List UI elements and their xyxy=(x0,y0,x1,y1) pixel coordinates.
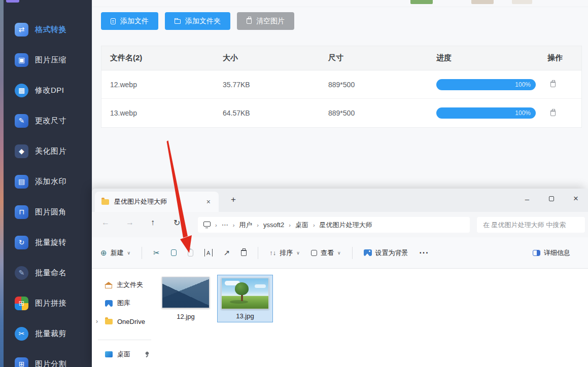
sidebar-item-image-compress[interactable]: ▣ 图片压缩 xyxy=(4,45,92,75)
new-button[interactable]: ⊕ 新建 ∨ xyxy=(100,248,130,258)
breadcrumb-separator: › xyxy=(257,222,259,228)
command-bar: ⊕ 新建 ∨ ✂ A ↗ ↑↓ 排序 ∨ 查看 ∨ xyxy=(92,237,588,269)
screen: ⇄ 格式转换 ▣ 图片压缩 ▩ 修改DPI ✎ 更改尺寸 ◆ 美化图片 ▤ 添加… xyxy=(0,0,588,367)
sort-button[interactable]: ↑↓ 排序 ∨ xyxy=(269,248,300,258)
close-button[interactable]: × xyxy=(564,189,588,209)
expand-chevron-icon[interactable]: › xyxy=(96,318,98,325)
sidebar-item-image-stitch[interactable]: ⊞ 图片拼接 xyxy=(4,288,92,318)
progress-bar: 100% xyxy=(436,79,536,90)
batch-rotate-icon: ↻ xyxy=(15,236,28,249)
nav-item-label: OneDrive xyxy=(117,318,145,325)
cut-icon[interactable]: ✂ xyxy=(153,249,160,256)
desktop-icon xyxy=(105,351,113,357)
delete-icon[interactable] xyxy=(241,250,247,256)
add-watermark-icon: ▤ xyxy=(15,175,28,189)
nav-item-label: 桌面 xyxy=(117,350,130,359)
breadcrumb-item-current[interactable]: 星优图片处理大师 xyxy=(320,221,372,230)
sidebar-item-image-split[interactable]: ⊞ 图片分割 xyxy=(4,349,92,367)
nav-item-gallery[interactable]: 图库 xyxy=(92,294,157,312)
delete-row-button[interactable] xyxy=(548,108,558,118)
up-button[interactable]: ↑ xyxy=(151,218,155,227)
explorer-tab[interactable]: 星优图片处理大师 × xyxy=(95,192,219,212)
breadcrumb-item-desktop[interactable]: 桌面 xyxy=(295,221,308,230)
details-button[interactable]: 详细信息 xyxy=(533,248,570,258)
add-file-button[interactable]: 添加文件 xyxy=(101,12,158,30)
sidebar-item-modify-dpi[interactable]: ▩ 修改DPI xyxy=(4,75,92,105)
add-folder-button[interactable]: 添加文件夹 xyxy=(165,12,230,30)
breadcrumb[interactable]: › ⋯ › 用户 › yssoft2 › 桌面 › 星优图片处理大师 xyxy=(198,217,470,233)
sidebar-item-beautify[interactable]: ◆ 美化图片 xyxy=(4,136,92,166)
address-bar-row: ← → ↑ ↻ › ⋯ › 用户 › yssoft2 › 桌面 › 星优图片处理… xyxy=(92,212,588,237)
batch-crop-icon: ✂ xyxy=(15,327,28,341)
copy-icon[interactable] xyxy=(171,249,177,256)
divider xyxy=(98,340,151,340)
thumbnail-tree xyxy=(221,278,269,309)
folder-icon xyxy=(175,19,181,24)
trash-icon xyxy=(550,111,556,116)
sidebar-item-label: 图片拼接 xyxy=(35,299,66,308)
rename-icon[interactable]: A xyxy=(204,249,213,256)
breadcrumb-separator: › xyxy=(215,222,217,228)
search-input[interactable]: 在 星优图片处理大师 中搜索 xyxy=(477,217,585,233)
set-background-button[interactable]: 设置为背景 xyxy=(364,248,408,258)
sort-label: 排序 xyxy=(280,248,293,258)
nav-item-onedrive[interactable]: › OneDrive xyxy=(92,312,157,331)
app-sidebar: ⇄ 格式转换 ▣ 图片压缩 ▩ 修改DPI ✎ 更改尺寸 ◆ 美化图片 ▤ 添加… xyxy=(4,0,92,367)
sidebar-item-rounded-corner[interactable]: ⊓ 图片圆角 xyxy=(4,197,92,227)
trash-icon xyxy=(550,82,556,87)
explorer-nav-pane: 主文件夹 图库 › OneDrive 桌面 xyxy=(92,269,157,367)
breadcrumb-collapsed[interactable]: ⋯ xyxy=(222,221,228,229)
view-button[interactable]: 查看 ∨ xyxy=(311,248,341,258)
minimize-button[interactable]: – xyxy=(515,189,539,209)
top-fragment-green xyxy=(410,0,433,4)
tab-title: 星优图片处理大师 xyxy=(114,197,167,206)
breadcrumb-separator: › xyxy=(289,222,291,228)
tab-close-icon[interactable]: × xyxy=(205,198,212,206)
top-fragment-beige-2 xyxy=(512,0,532,4)
cell-dimensions: 889*500 xyxy=(328,109,436,117)
this-pc-icon[interactable] xyxy=(203,222,211,227)
folder-icon xyxy=(105,319,113,324)
more-options-icon[interactable]: ··· xyxy=(420,249,429,257)
nav-item-desktop[interactable]: 桌面 xyxy=(92,345,157,363)
cell-size: 35.77KB xyxy=(223,81,328,89)
forward-button[interactable]: → xyxy=(126,218,134,227)
sidebar-item-watermark[interactable]: ▤ 添加水印 xyxy=(4,166,92,197)
sidebar-item-format-convert[interactable]: ⇄ 格式转换 xyxy=(4,14,92,45)
col-header-action: 操作 xyxy=(547,53,581,63)
sidebar-item-batch-rotate[interactable]: ↻ 批量旋转 xyxy=(4,227,92,258)
nav-item-home[interactable]: 主文件夹 xyxy=(92,276,157,294)
cloud-shape xyxy=(255,284,266,288)
divider xyxy=(258,247,258,259)
sidebar-item-resize[interactable]: ✎ 更改尺寸 xyxy=(4,105,92,136)
breadcrumb-item-users[interactable]: 用户 xyxy=(239,221,252,230)
delete-row-button[interactable] xyxy=(548,80,558,89)
breadcrumb-item-user[interactable]: yssoft2 xyxy=(263,221,284,229)
tree-shadow xyxy=(230,300,248,304)
sidebar-item-label: 添加水印 xyxy=(35,177,66,187)
file-tile-13jpg-selected[interactable]: 13.jpg xyxy=(217,275,273,322)
sidebar-item-label: 图片压缩 xyxy=(35,55,66,65)
sidebar-item-batch-rename[interactable]: ✎ 批量命名 xyxy=(4,258,92,288)
nav-item-label: 主文件夹 xyxy=(117,280,143,289)
refresh-button[interactable]: ↻ xyxy=(174,218,180,228)
sidebar-item-batch-crop[interactable]: ✂ 批量裁剪 xyxy=(4,318,92,349)
share-icon[interactable]: ↗ xyxy=(224,249,230,256)
folder-icon xyxy=(101,199,109,205)
divider xyxy=(142,247,142,259)
new-tab-button[interactable]: + xyxy=(228,194,239,206)
maximize-button[interactable] xyxy=(539,189,564,209)
back-button[interactable]: ← xyxy=(101,218,110,227)
new-label: 新建 xyxy=(111,248,124,258)
cell-action xyxy=(547,108,581,118)
sidebar-top-fragment xyxy=(6,0,19,3)
breadcrumb-separator: › xyxy=(313,222,315,228)
file-tile-12jpg[interactable]: 12.jpg xyxy=(160,277,211,320)
sidebar-item-label: 批量裁剪 xyxy=(35,329,66,339)
tree-crown xyxy=(235,282,249,295)
clear-images-button[interactable]: 清空图片 xyxy=(237,12,294,30)
cell-progress: 100% xyxy=(436,107,547,119)
pin-icon xyxy=(144,351,150,358)
cell-progress: 100% xyxy=(436,79,547,90)
image-stitch-icon: ⊞ xyxy=(15,297,28,310)
